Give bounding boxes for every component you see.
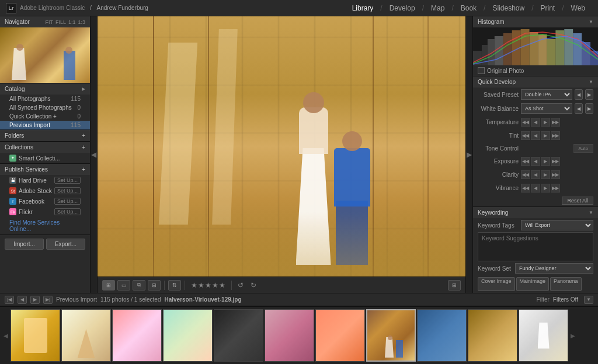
vib-dl-btn[interactable]: ◀◀ <box>521 184 530 192</box>
nav-develop[interactable]: Develop <box>383 3 422 13</box>
white-balance-select[interactable]: As Shot <box>521 103 572 114</box>
filmstrip-thumb-6[interactable] <box>265 309 314 362</box>
filmstrip-thumb-9[interactable] <box>417 309 467 362</box>
publish-hard-drive[interactable]: 💾 Hard Drive Set Up... <box>0 175 90 186</box>
vib-dr-btn[interactable]: ▶▶ <box>551 184 560 192</box>
nav-slideshow[interactable]: Slideshow <box>485 3 531 13</box>
fs-nav-last[interactable]: ▶| <box>43 296 53 304</box>
original-photo-checkbox[interactable] <box>478 67 485 74</box>
clar-r-btn[interactable]: ▶ <box>541 170 550 179</box>
keyword-tags-select[interactable]: Will Export <box>521 220 593 230</box>
kw-tag-cover[interactable]: Cover Image <box>478 277 515 291</box>
exp-dl-btn[interactable]: ◀◀ <box>521 157 530 166</box>
nav-1to3[interactable]: 1:3 <box>78 19 85 25</box>
fs-nav-prev[interactable]: ◀ <box>18 296 27 304</box>
view-loupe-button[interactable]: ▭ <box>117 280 130 290</box>
filmstrip-thumb-2[interactable] <box>61 309 111 362</box>
publish-adobe-stock[interactable]: St Adobe Stock Set Up... <box>0 186 90 196</box>
publish-facebook[interactable]: f Facebook Set Up... <box>0 196 90 206</box>
grid-overlay-button[interactable]: ⊞ <box>448 280 461 290</box>
catalog-quick-collection[interactable]: Quick Collection + 0 <box>0 112 90 121</box>
catalog-synced[interactable]: All Synced Photographs 0 <box>0 103 90 112</box>
nav-print[interactable]: Print <box>534 3 562 13</box>
temp-r-btn[interactable]: ▶ <box>541 118 550 127</box>
clar-dl-btn[interactable]: ◀◀ <box>521 170 530 179</box>
adobe-stock-setup-btn[interactable]: Set Up... <box>54 187 81 194</box>
nav-1to1[interactable]: 1:1 <box>68 19 76 25</box>
star-3[interactable]: ★ <box>205 281 211 289</box>
hard-drive-setup-btn[interactable]: Set Up... <box>54 177 81 184</box>
find-more-services[interactable]: Find More Services Online... <box>0 217 90 235</box>
filmstrip-thumb-5[interactable] <box>214 309 263 362</box>
filmstrip-thumb-7[interactable] <box>315 309 365 362</box>
preset-prev-btn[interactable]: ◀ <box>575 89 583 100</box>
view-grid-button[interactable]: ⊞ <box>102 280 115 290</box>
clar-dr-btn[interactable]: ▶▶ <box>551 170 560 179</box>
star-1[interactable]: ★ <box>191 281 197 289</box>
vib-l-btn[interactable]: ◀ <box>531 184 540 192</box>
vib-r-btn[interactable]: ▶ <box>541 184 550 192</box>
clar-l-btn[interactable]: ◀ <box>531 170 540 179</box>
quick-develop-header[interactable]: Quick Develop ▼ <box>473 76 598 88</box>
view-compare-button[interactable]: ⧉ <box>133 280 145 290</box>
exp-r-btn[interactable]: ▶ <box>541 157 550 166</box>
histogram-header[interactable]: Histogram ▼ <box>473 16 598 27</box>
flickr-setup-btn[interactable]: Set Up... <box>54 208 81 215</box>
tint-r-btn[interactable]: ▶ <box>541 131 550 140</box>
filmstrip-thumb-11[interactable] <box>519 309 568 362</box>
collections-smart[interactable]: ✦ Smart Collecti... <box>0 153 90 163</box>
star-5[interactable]: ★ <box>219 281 225 289</box>
nav-fit[interactable]: FIT <box>45 19 53 25</box>
collections-header[interactable]: Collections + <box>0 142 90 153</box>
temp-l-btn[interactable]: ◀ <box>531 118 540 127</box>
filmstrip-thumb-8[interactable] <box>366 309 416 362</box>
star-2[interactable]: ★ <box>198 281 204 289</box>
rotate-right-button[interactable]: ↻ <box>248 281 259 289</box>
temp-dr-btn[interactable]: ▶▶ <box>551 118 560 127</box>
rotate-left-button[interactable]: ↺ <box>235 281 246 289</box>
right-panel-collapse[interactable]: ▶ <box>465 16 472 293</box>
nav-web[interactable]: Web <box>564 3 592 13</box>
wb-next-btn[interactable]: ▶ <box>585 103 593 114</box>
preset-next-btn[interactable]: ▶ <box>585 89 593 100</box>
filter-toggle-btn[interactable]: ▼ <box>584 296 593 304</box>
filmstrip-thumb-1[interactable] <box>11 309 60 362</box>
catalog-header[interactable]: Catalog ▶ <box>0 83 90 94</box>
publish-flickr[interactable]: Fk Flickr Set Up... <box>0 206 90 217</box>
sort-button[interactable]: ⇅ <box>168 280 181 290</box>
catalog-all-photographs[interactable]: All Photographs 115 <box>0 94 90 103</box>
import-button[interactable]: Import... <box>5 239 44 250</box>
nav-library[interactable]: Library <box>345 3 381 13</box>
keywording-header[interactable]: Keywording ▼ <box>473 207 598 218</box>
nav-fill[interactable]: FILL <box>55 19 66 25</box>
tint-l-btn[interactable]: ◀ <box>531 131 540 140</box>
navigator-header[interactable]: Navigator FIT FILL 1:1 1:3 <box>0 16 90 27</box>
filmstrip-thumb-10[interactable] <box>468 309 517 362</box>
tone-auto-btn[interactable]: Auto <box>573 144 593 153</box>
tint-dr-btn[interactable]: ▶▶ <box>551 131 560 140</box>
tint-dl-btn[interactable]: ◀◀ <box>521 131 530 140</box>
publish-header[interactable]: Publish Services + <box>0 164 90 175</box>
filmstrip-thumb-4[interactable] <box>163 309 213 362</box>
fs-nav-first[interactable]: |◀ <box>5 296 14 304</box>
filmstrip-next-btn[interactable]: ▶ <box>569 307 576 364</box>
kw-tag-main[interactable]: MainImage <box>516 277 550 291</box>
wb-prev-btn[interactable]: ◀ <box>575 103 583 114</box>
exp-dr-btn[interactable]: ▶▶ <box>551 157 560 166</box>
export-button[interactable]: Export... <box>46 239 85 250</box>
filmstrip-thumb-3[interactable] <box>112 309 162 362</box>
kw-tag-pano[interactable]: Panorama <box>550 277 582 291</box>
star-4[interactable]: ★ <box>212 281 218 289</box>
catalog-previous-import[interactable]: Previous Import 115 <box>0 121 90 130</box>
temp-dl-btn[interactable]: ◀◀ <box>521 118 530 127</box>
star-rating[interactable]: ★ ★ ★ ★ ★ <box>191 281 225 289</box>
folders-header[interactable]: Folders + <box>0 130 90 141</box>
left-panel-collapse[interactable]: ◀ <box>91 16 98 293</box>
fs-nav-next[interactable]: ▶ <box>30 296 40 304</box>
nav-book[interactable]: Book <box>454 3 484 13</box>
reset-all-button[interactable]: Reset All <box>562 197 593 205</box>
keyword-set-select[interactable]: Fundy Designer <box>515 263 593 274</box>
saved-preset-select[interactable]: Double IPA <box>521 89 572 100</box>
exp-l-btn[interactable]: ◀ <box>531 157 540 166</box>
nav-map[interactable]: Map <box>424 3 451 13</box>
